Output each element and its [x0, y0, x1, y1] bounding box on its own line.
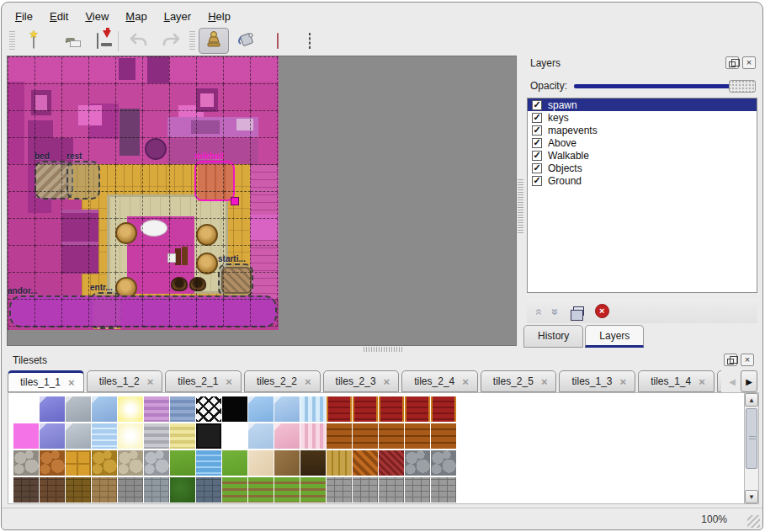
- menu-item-help[interactable]: Help: [199, 8, 239, 25]
- palette-tile-0-7[interactable]: [196, 396, 221, 422]
- palette-tile-2-16[interactable]: [431, 450, 456, 476]
- tileset-tab-tiles_2_5[interactable]: tiles_2_5×: [481, 370, 557, 392]
- toolbar-grip[interactable]: [189, 31, 195, 51]
- palette-tile-1-13[interactable]: [353, 423, 378, 449]
- palette-tile-0-14[interactable]: [379, 396, 404, 422]
- map-object-rest[interactable]: [66, 161, 100, 200]
- layer-visible-checkbox[interactable]: ✓: [532, 138, 542, 148]
- palette-tile-3-7[interactable]: [196, 477, 221, 503]
- palette-tile-1-14[interactable]: [379, 423, 404, 449]
- palette-tile-3-9[interactable]: [248, 477, 274, 503]
- layer-visible-checkbox[interactable]: ✓: [532, 100, 542, 110]
- layer-row-Above[interactable]: ✓Above: [528, 136, 757, 149]
- palette-tile-1-5[interactable]: [144, 423, 169, 449]
- layer-visible-checkbox[interactable]: ✓: [532, 163, 542, 173]
- tab-close-icon[interactable]: ×: [305, 376, 311, 387]
- eraser-button[interactable]: [263, 28, 293, 54]
- palette-tile-1-16[interactable]: [431, 423, 456, 449]
- tileset-tab-tiles_2_1[interactable]: tiles_2_1×: [165, 370, 242, 392]
- map-view[interactable]: bedrestmikhailstarti...entr...andor...: [7, 56, 517, 346]
- palette-tile-0-11[interactable]: [300, 396, 326, 422]
- lower-layer-icon[interactable]: »: [550, 308, 562, 313]
- palette-tile-2-1[interactable]: [40, 450, 65, 476]
- palette-tile-1-0[interactable]: [13, 423, 39, 449]
- palette-tile-3-0[interactable]: [13, 477, 39, 503]
- raise-layer-icon[interactable]: «: [534, 308, 546, 313]
- stamp-button[interactable]: [199, 28, 229, 54]
- palette-tile-3-3[interactable]: [92, 477, 117, 503]
- palette-tile-3-2[interactable]: [66, 477, 91, 503]
- palette-tile-1-11[interactable]: [300, 423, 326, 449]
- tab-close-icon[interactable]: ×: [147, 376, 154, 387]
- tab-close-icon[interactable]: ×: [462, 376, 469, 387]
- tileset-tab-tiles_1_3[interactable]: tiles_1_3×: [559, 370, 635, 392]
- palette-tile-0-3[interactable]: [92, 396, 117, 422]
- palette-tile-2-12[interactable]: [327, 450, 352, 476]
- layer-visible-checkbox[interactable]: ✓: [532, 113, 542, 123]
- palette-tile-0-9[interactable]: [248, 396, 274, 422]
- palette-tile-0-12[interactable]: [327, 396, 352, 422]
- vertical-splitter-handle[interactable]: [518, 179, 523, 233]
- scrollbar-thumb[interactable]: [746, 408, 757, 469]
- palette-tile-2-3[interactable]: [92, 450, 117, 476]
- palette-tile-3-5[interactable]: [144, 477, 169, 503]
- tileset-tab-tiles_1_[interactable]: tiles_1_×: [717, 370, 721, 392]
- save-button[interactable]: [82, 28, 113, 54]
- palette-tile-1-12[interactable]: [327, 423, 352, 449]
- tileset-tab-tiles_1_2[interactable]: tiles_1_2×: [87, 370, 163, 392]
- palette-tile-1-2[interactable]: [66, 423, 91, 449]
- palette-tile-3-15[interactable]: [405, 477, 430, 503]
- palette-tile-3-11[interactable]: [300, 477, 326, 503]
- palette-tile-1-7[interactable]: [196, 423, 221, 449]
- palette-tile-3-14[interactable]: [379, 477, 404, 503]
- horizontal-splitter-handle[interactable]: [364, 347, 404, 352]
- tab-scroll-left-icon[interactable]: ◀: [724, 370, 741, 392]
- palette-tile-3-1[interactable]: [40, 477, 65, 503]
- menu-item-edit[interactable]: Edit: [41, 8, 77, 25]
- fill-button[interactable]: [231, 28, 261, 54]
- palette-tile-3-16[interactable]: [431, 477, 456, 503]
- open-button[interactable]: [50, 28, 81, 54]
- palette-tile-0-4[interactable]: [118, 396, 143, 422]
- scroll-up-icon[interactable]: ▲: [745, 393, 758, 407]
- menu-item-layer[interactable]: Layer: [156, 8, 200, 25]
- tileset-tab-tiles_2_3[interactable]: tiles_2_3×: [323, 370, 400, 392]
- tileset-tab-tiles_1_4[interactable]: tiles_1_4×: [638, 370, 715, 392]
- tilesets-panel-close-icon[interactable]: ×: [741, 354, 754, 366]
- tab-scroll-right-icon[interactable]: ▶: [741, 370, 757, 392]
- palette-tile-0-2[interactable]: [66, 396, 91, 422]
- palette-tile-1-1[interactable]: [40, 423, 65, 449]
- redo-button[interactable]: [156, 28, 186, 54]
- palette-tile-1-4[interactable]: [118, 423, 143, 449]
- layer-visible-checkbox[interactable]: ✓: [532, 151, 542, 161]
- delete-layer-icon[interactable]: ×: [595, 304, 609, 318]
- layer-row-spawn[interactable]: ✓spawn: [528, 98, 757, 111]
- map-object-mikhail[interactable]: [194, 161, 235, 201]
- palette-tile-1-15[interactable]: [405, 423, 430, 449]
- palette-tile-0-1[interactable]: [40, 396, 65, 422]
- rect-select-button[interactable]: [295, 28, 325, 54]
- palette-tile-2-0[interactable]: [13, 450, 39, 476]
- toolbar-grip[interactable]: [9, 31, 15, 51]
- map-object-starti[interactable]: [218, 263, 253, 297]
- menu-item-file[interactable]: File: [7, 8, 41, 25]
- tilesets-panel-float-icon[interactable]: [724, 354, 737, 366]
- palette-tile-2-9[interactable]: [248, 450, 274, 476]
- palette-tile-2-5[interactable]: [144, 450, 169, 476]
- tileset-tab-tiles_2_4[interactable]: tiles_2_4×: [401, 370, 478, 392]
- palette-tile-1-9[interactable]: [248, 423, 274, 449]
- palette-tile-1-10[interactable]: [274, 423, 300, 449]
- palette-tile-0-15[interactable]: [405, 396, 430, 422]
- map-canvas[interactable]: bedrestmikhailstarti...entr...andor...: [8, 56, 279, 330]
- tab-close-icon[interactable]: ×: [68, 377, 75, 388]
- tab-close-icon[interactable]: ×: [699, 376, 705, 387]
- tab-close-icon[interactable]: ×: [541, 376, 548, 387]
- layer-row-keys[interactable]: ✓keys: [528, 111, 757, 124]
- layer-row-Walkable[interactable]: ✓Walkable: [528, 149, 757, 162]
- tab-layers[interactable]: Layers: [585, 325, 644, 348]
- palette-tile-2-8[interactable]: [222, 450, 247, 476]
- palette-tile-0-8[interactable]: [222, 396, 247, 422]
- palette-tile-0-16[interactable]: [431, 396, 456, 422]
- palette-tile-0-10[interactable]: [274, 396, 300, 422]
- palette-tile-2-4[interactable]: [118, 450, 143, 476]
